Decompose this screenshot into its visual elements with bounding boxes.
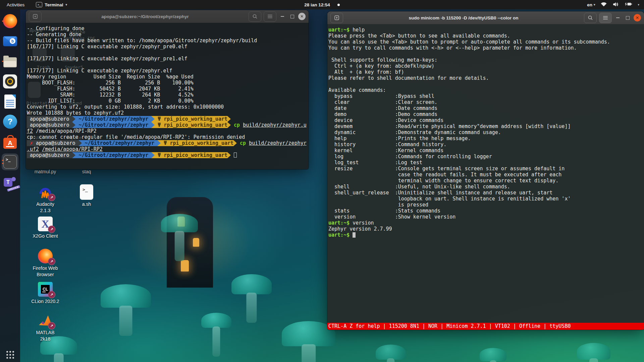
dock-item-rhythmbox[interactable] <box>2 73 18 90</box>
focused-app-menu[interactable]: >_ Terminal ▾ <box>36 2 67 7</box>
titlebar[interactable]: apopa@subzero:~/Gitroot/zephyr/zephyr ✕ <box>26 10 309 23</box>
dock: ? A >_ PREVIEW <box>0 9 20 362</box>
window-title: apopa@subzero:~/Gitroot/zephyr/zephyr <box>44 14 246 19</box>
shortcut-arrow-icon: ↗ <box>48 322 55 329</box>
minicom-status-bar: CTRL-A Z for help | 115200 8N1 | NOR | M… <box>327 323 644 330</box>
new-tab-button[interactable] <box>330 13 343 23</box>
terminal-line: stats :Stats commands <box>328 208 644 214</box>
desktop-icon-matlab[interactable]: ↗ MATLAB 2k18 <box>29 313 62 342</box>
terminal-content[interactable]: apopa Apache NetBeans IDE ... Trash Spyd… <box>26 23 309 169</box>
desktop-icon-label: matmul.py <box>35 169 56 175</box>
clock[interactable]: 28 ian 12:54 <box>304 2 330 7</box>
terminal-line: Please refer to shell documentation for … <box>328 75 644 81</box>
menu-button[interactable] <box>599 13 612 23</box>
show-applications-button[interactable] <box>6 351 14 359</box>
keyboard-layout-indicator[interactable]: en ▾ <box>587 2 595 7</box>
terminal-line: case the readout fails. It must be execu… <box>328 172 644 178</box>
search-button[interactable] <box>249 11 261 22</box>
terminal-line: apopa@subzero ~/Gitroot/zephyr/zephyr Ψ … <box>27 152 309 158</box>
running-indicator <box>2 20 3 22</box>
desktop-icon-label: MATLAB 2k18 <box>32 329 59 342</box>
running-indicator <box>2 160 3 164</box>
audacity-icon: ↗ <box>38 185 53 199</box>
terminal-line: -- Generating done <box>27 32 309 38</box>
dock-item-help[interactable]: ? <box>2 113 18 130</box>
files-icon <box>3 57 17 67</box>
dock-item-libreoffice-writer[interactable] <box>2 93 18 110</box>
activities-button[interactable]: Activities <box>5 2 26 8</box>
terminal-line: cp: cannot create regular file '/media/a… <box>27 134 309 140</box>
terminal-line: kernel :Kernel commands <box>328 147 644 154</box>
desktop-icon-label: Firefox Web Browser <box>27 265 64 278</box>
terminal-line: FLASH: 50452 B 2047 KB 2.41% <box>27 86 309 92</box>
terminal-line: Converting to uf2, output size: 101888, … <box>27 104 309 110</box>
terminal-line: apopa@subzero ~/Gitroot/zephyr/zephyr Ψ … <box>27 116 309 122</box>
terminal-line: shell_uart_release :Uninitialize shell i… <box>328 190 644 196</box>
terminal-line: loopback on uart. Shell instance is reni… <box>328 196 644 202</box>
wallpaper-mushroom <box>201 313 231 328</box>
terminal-line: version :Show kernel version <box>328 214 644 220</box>
ubuntu-software-icon: A <box>3 138 17 149</box>
terminal-line: Available commands: <box>328 87 644 93</box>
desktop-icon-label: staq <box>82 169 91 175</box>
terminal-line: bypass :Bypass shell <box>328 93 644 99</box>
terminal-line: shell :Useful, not Unix-like shell comma… <box>328 184 644 190</box>
wallpaper-mushroom <box>376 345 406 360</box>
desktop-icon-matmul[interactable]: matmul.py <box>29 169 62 175</box>
dock-item-ubuntu-software[interactable]: A <box>2 133 18 150</box>
terminal-line: is pressed <box>328 202 644 208</box>
titlebar[interactable]: sudo minicom -b 115200 -D /dev/ttyUSB0 -… <box>327 11 644 24</box>
menu-button[interactable] <box>264 11 276 22</box>
dock-item-teams[interactable]: PREVIEW <box>2 174 18 190</box>
terminal-line: SRAM: 12232 B 264 KB 4.52% <box>27 92 309 98</box>
terminal-content[interactable]: uart:~$ helpPlease press the <Tab> butto… <box>327 24 644 330</box>
desktop-icon-staq[interactable]: staq <box>70 169 103 175</box>
desktop-icon-label: Audacity 2.1.3 <box>32 201 59 214</box>
dock-item-files[interactable] <box>2 53 18 70</box>
terminal-line: clear :Clear screen. <box>328 99 644 105</box>
terminal-line <box>27 62 309 68</box>
new-tab-button[interactable] <box>29 11 42 22</box>
maximize-button[interactable] <box>288 13 296 20</box>
desktop-icon-audacity[interactable]: ↗ Audacity 2.1.3 <box>29 185 62 214</box>
volume-icon[interactable] <box>612 2 619 8</box>
terminal-output: uart:~$ helpPlease press the <Tab> butto… <box>328 27 644 238</box>
desktop-icon-x2go[interactable]: X ↗ X2Go Client <box>29 217 62 239</box>
close-button[interactable]: ✕ <box>634 14 641 21</box>
shortcut-arrow-icon: ↗ <box>48 258 55 265</box>
terminal-icon: >_ <box>3 155 17 169</box>
window-title: sudo minicom -b 115200 -D /dev/ttyUSB0 -… <box>345 15 582 20</box>
terminal-line: apopa@subzero ~/Gitroot/zephyr/zephyr Ψ … <box>27 122 309 128</box>
close-button[interactable]: ✕ <box>298 13 306 20</box>
terminal-line: -- Build files have been written to: /ho… <box>27 38 309 44</box>
desktop-icon-clion[interactable]: ↗ CLion 2020.2 <box>27 282 64 305</box>
wallpaper-mushroom <box>101 284 151 308</box>
wifi-icon[interactable] <box>600 2 607 8</box>
writer-icon <box>4 95 16 109</box>
terminal-line: history :Command history. <box>328 141 644 147</box>
battery-charging-icon[interactable] <box>624 2 632 8</box>
minimize-button[interactable] <box>279 13 286 20</box>
firefox-icon: ↗ <box>38 249 53 263</box>
desktop-icon-ash[interactable]: >_ a.sh <box>70 185 103 207</box>
terminal-line: -- Configuring done <box>27 25 309 32</box>
dock-item-terminal[interactable]: >_ <box>2 154 18 170</box>
search-button[interactable] <box>584 13 597 23</box>
dock-item-firefox[interactable] <box>2 13 18 29</box>
desktop-icon-firefox[interactable]: ↗ Firefox Web Browser <box>27 249 64 278</box>
terminal-line <box>328 51 644 57</box>
maximize-button[interactable] <box>624 14 631 21</box>
notification-dot <box>337 4 340 6</box>
terminal-line: Wrote 101888 bytes to zephyr.uf2 <box>27 110 309 116</box>
shortcut-arrow-icon: ↗ <box>48 226 55 233</box>
keyboard-layout-label: en <box>587 2 592 7</box>
minimize-button[interactable] <box>614 14 622 21</box>
terminal-line: device :Device commands <box>328 117 644 123</box>
shell-script-icon: >_ <box>79 185 94 199</box>
desktop-icon-label: a.sh <box>82 201 91 207</box>
window-glow <box>181 260 189 272</box>
dock-item-mail[interactable] <box>2 33 18 50</box>
terminal-line: Shell supports following meta-keys: <box>328 57 644 63</box>
system-menu-chevron-icon[interactable]: ▾ <box>638 3 639 6</box>
focused-app-label: Terminal <box>45 2 63 7</box>
